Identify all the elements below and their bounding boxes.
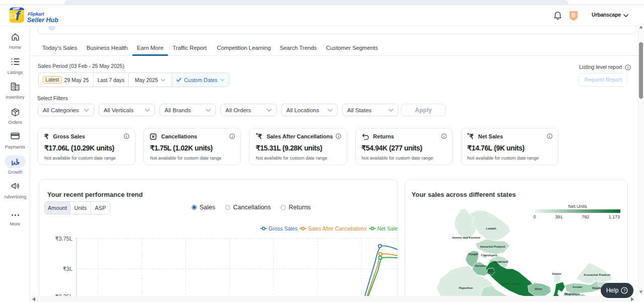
svg-text:₹3.75L: ₹3.75L [55,236,72,242]
svg-text:?: ? [623,288,626,293]
svg-text:Uttarakhand: Uttarakhand [491,260,508,263]
svg-text:Sikkim: Sikkim [552,272,561,275]
svg-text:Haryana: Haryana [475,264,487,267]
svg-text:Rajasthan: Rajasthan [459,286,473,289]
svg-text:B: B [572,12,576,18]
svg-text:₹3L: ₹3L [63,266,72,272]
svg-text:Chandigarh: Chandigarh [481,254,498,257]
svg-text:Uttar Pradesh: Uttar Pradesh [500,282,519,285]
svg-text:Arunachal Pradesh: Arunachal Pradesh [584,273,610,276]
svg-text:Jammu and Kashmir: Jammu and Kashmir [452,236,481,239]
svg-text:Bihar: Bihar [535,287,543,290]
svg-text:Himachal Pradesh: Himachal Pradesh [480,245,506,248]
svg-text:Ladakh: Ladakh [486,227,497,230]
svg-text:Punjab: Punjab [468,253,478,256]
svg-text:Delhi: Delhi [488,269,496,272]
svg-text:Assam: Assam [573,285,582,288]
svg-text:Meghalaya: Meghalaya [565,292,580,295]
